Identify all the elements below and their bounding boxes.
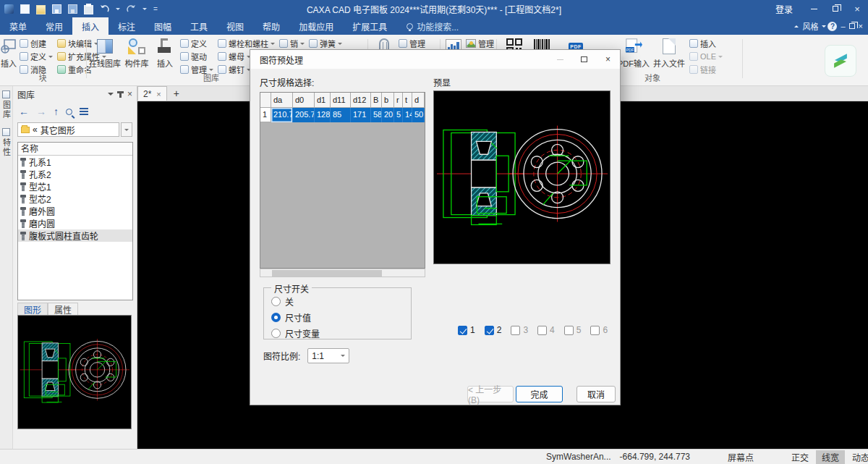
- list-item[interactable]: 磨内圆: [18, 217, 132, 229]
- nav-back-icon[interactable]: ←: [19, 106, 29, 117]
- object-insert-button[interactable]: 插入: [687, 37, 725, 50]
- menu-tab-tufu[interactable]: 图幅: [145, 17, 181, 35]
- brand-logo-button[interactable]: [825, 45, 856, 77]
- cell-r[interactable]: 5: [394, 108, 403, 122]
- scale-select[interactable]: 1:1: [307, 348, 349, 363]
- cancel-button[interactable]: 取消: [576, 386, 616, 402]
- style-button[interactable]: 风格: [800, 20, 820, 32]
- col-header-d12[interactable]: d12: [351, 93, 371, 108]
- col-header-d[interactable]: d: [412, 93, 425, 108]
- dialog-minimize-button[interactable]: [548, 50, 572, 69]
- table-horizontal-scrollbar[interactable]: [260, 269, 425, 277]
- cell-d1[interactable]: 128: [315, 108, 331, 122]
- checkbox-view-4[interactable]: 4: [537, 325, 555, 335]
- tab-attributes[interactable]: 属性: [48, 303, 78, 315]
- dialog-close-button[interactable]: ×: [596, 50, 620, 69]
- side-tab-library[interactable]: 图库: [0, 86, 12, 124]
- open-file-icon[interactable]: [36, 5, 46, 14]
- cell-da[interactable]: 210.7: [271, 108, 293, 122]
- attachment-manage-button[interactable]: 管理: [396, 37, 427, 50]
- col-header-d0[interactable]: d0: [293, 93, 315, 108]
- list-item[interactable]: 孔系2: [18, 168, 132, 180]
- window-close-button[interactable]: ×: [846, 0, 868, 17]
- side-tab-properties[interactable]: 特性: [0, 124, 12, 161]
- dynamic-input-toggle[interactable]: 动态输入: [849, 450, 868, 464]
- table-row-selected[interactable]: 1 210.7 205.7 128 85 171 58 20 5 14 50: [260, 108, 425, 122]
- style-dropdown-icon[interactable]: [822, 25, 826, 30]
- app-logo-icon[interactable]: [4, 4, 14, 14]
- print-icon[interactable]: [84, 5, 93, 14]
- block-create-button[interactable]: 创建: [17, 37, 55, 50]
- redo-dropdown-icon[interactable]: [142, 8, 147, 12]
- undo-icon[interactable]: [100, 4, 109, 13]
- collapse-ribbon-icon[interactable]: [794, 23, 799, 28]
- save-icon[interactable]: [52, 4, 61, 14]
- snap-mode-toggle[interactable]: 屏幕点: [725, 450, 757, 464]
- ole-button[interactable]: OLE: [687, 50, 725, 63]
- block-define-button[interactable]: 定义: [17, 50, 55, 63]
- menu-tab-jiazai[interactable]: 加载应用: [289, 17, 343, 35]
- checkbox-view-3[interactable]: 3: [511, 325, 528, 335]
- document-tab[interactable]: 2* ×: [137, 86, 167, 101]
- list-item[interactable]: 孔系1: [18, 156, 132, 168]
- panel-close-icon[interactable]: ×: [127, 89, 132, 99]
- tab-close-icon[interactable]: ×: [156, 90, 161, 98]
- checkbox-view-1[interactable]: 1: [458, 325, 475, 335]
- cell-d0[interactable]: 205.7: [293, 108, 315, 122]
- list-item[interactable]: 型芯2: [18, 193, 132, 205]
- merge-file-button[interactable]: 并入文件: [651, 36, 687, 69]
- back-button[interactable]: < 上一步(B): [467, 386, 514, 402]
- login-button[interactable]: 登录: [765, 3, 803, 15]
- cell-B[interactable]: 58: [371, 108, 382, 122]
- window-minimize-button[interactable]: [803, 0, 825, 17]
- dialog-maximize-button[interactable]: [572, 50, 596, 69]
- radio-dim-off[interactable]: 关: [271, 295, 294, 308]
- scrollbar-thumb[interactable]: [272, 270, 382, 277]
- help-icon[interactable]: ?: [827, 22, 837, 31]
- symbol-define-button[interactable]: 定义: [178, 37, 216, 50]
- insert-block-button[interactable]: 插入: [0, 36, 17, 69]
- image-manage-button[interactable]: 管理: [464, 37, 496, 50]
- search-icon[interactable]: [66, 109, 72, 115]
- undo-dropdown-icon[interactable]: [116, 8, 120, 12]
- window-restore-button[interactable]: [825, 0, 846, 17]
- menu-tab-charu[interactable]: 插入: [72, 17, 109, 35]
- linewidth-toggle[interactable]: 线宽: [816, 450, 845, 464]
- library-insert-button[interactable]: 插入: [152, 36, 178, 69]
- dialog-title-bar[interactable]: 图符预处理 ×: [250, 50, 620, 69]
- radio-dim-variable[interactable]: 尺寸变量: [271, 327, 320, 339]
- col-header-t[interactable]: t: [403, 93, 412, 108]
- nav-forward-icon[interactable]: →: [36, 106, 46, 117]
- col-header[interactable]: [260, 93, 271, 108]
- checkbox-view-2[interactable]: 2: [485, 325, 502, 335]
- ortho-toggle[interactable]: 正交: [788, 450, 812, 464]
- redo-icon[interactable]: [127, 4, 136, 13]
- menu-tab-shitu[interactable]: 视图: [217, 17, 253, 35]
- finish-button[interactable]: 完成: [516, 386, 563, 402]
- view-mode-icon[interactable]: [80, 108, 88, 115]
- pin-button[interactable]: 销: [277, 37, 307, 50]
- cell-d11[interactable]: 85: [331, 108, 351, 122]
- link-button[interactable]: 链接: [687, 63, 725, 76]
- menu-tab-caidan[interactable]: 菜单: [0, 17, 36, 35]
- col-header-d11[interactable]: d11: [331, 93, 351, 108]
- menu-tab-changyong[interactable]: 常用: [36, 17, 72, 35]
- doc-restore-icon[interactable]: [849, 23, 855, 29]
- new-tab-button[interactable]: +: [167, 86, 186, 101]
- pdf-import-button[interactable]: PDF PDF输入: [616, 36, 651, 69]
- radio-dim-value[interactable]: 尺寸值: [271, 311, 311, 324]
- col-header-d1[interactable]: d1: [315, 93, 331, 108]
- panel-pin-icon[interactable]: [119, 91, 122, 98]
- symbol-drive-button[interactable]: 驱动: [178, 50, 216, 63]
- menu-tab-kuozhan[interactable]: 扩展工具: [343, 17, 396, 35]
- bolt-stud-button[interactable]: 螺栓和螺柱: [216, 37, 277, 50]
- cell-d[interactable]: 50: [412, 108, 425, 122]
- menu-tab-bangzhu[interactable]: 帮助: [253, 17, 289, 35]
- path-input[interactable]: « 其它图形: [17, 122, 119, 137]
- list-item-selected[interactable]: 腹板式圆柱直齿轮: [18, 229, 132, 242]
- menu-tab-gongju[interactable]: 工具: [181, 17, 217, 35]
- path-dropdown-button[interactable]: [121, 122, 132, 137]
- tab-graphic[interactable]: 图形: [17, 303, 48, 315]
- menu-tab-biaozhu[interactable]: 标注: [109, 17, 145, 35]
- new-file-icon[interactable]: [20, 4, 30, 14]
